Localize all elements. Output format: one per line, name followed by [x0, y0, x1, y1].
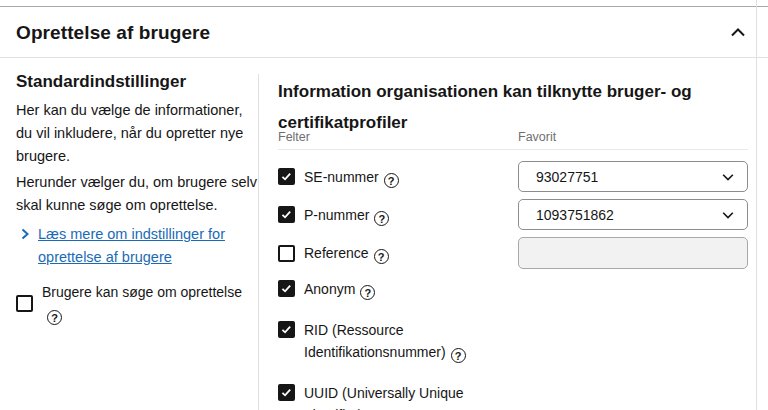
read-more-link-label[interactable]: Læs mere om indstillinger for oprettelse…: [38, 223, 250, 269]
table-column-headers: Felter Favorit: [278, 130, 748, 144]
left-panel-paragraph-1: Her kan du vælge de informationer, du vi…: [16, 99, 258, 168]
anonym-checkbox[interactable]: [278, 280, 295, 297]
table-row-rid: RID (Ressource Identifikationsnummer)?: [278, 317, 748, 373]
page-title: Oprettelse af brugere: [16, 22, 210, 44]
reference-label: Reference: [304, 245, 369, 261]
table-row-reference: Reference?: [278, 237, 748, 269]
row-label-group: Anonym?: [278, 278, 518, 300]
table-row-uuid: UUID (Universally Unique Identifier)?: [278, 380, 748, 410]
help-icon[interactable]: ?: [47, 310, 62, 325]
chevron-down-icon: [721, 208, 735, 222]
field-rows: SE-nummer? 93027751 P-nummer? 1093751862: [278, 161, 748, 410]
read-more-link[interactable]: Læs mere om indstillinger for oprettelse…: [16, 223, 250, 269]
header-divider: [0, 57, 768, 58]
table-row-p-nummer: P-nummer? 1093751862: [278, 199, 748, 230]
p-nummer-select[interactable]: 1093751862: [518, 199, 748, 230]
help-icon[interactable]: ?: [451, 348, 466, 363]
help-icon[interactable]: ?: [374, 249, 389, 264]
apply-for-creation-label: Brugere kan søge om oprettelse?: [42, 281, 258, 325]
column-header-favorit: Favorit: [518, 130, 556, 144]
content-right-edge: [756, 0, 757, 410]
se-nummer-select[interactable]: 93027751: [518, 161, 748, 192]
p-nummer-checkbox[interactable]: [278, 206, 295, 223]
panel-top-border: [0, 6, 768, 7]
chevron-up-icon[interactable]: [730, 25, 746, 41]
help-icon[interactable]: ?: [384, 173, 399, 188]
uuid-checkbox[interactable]: [278, 384, 295, 401]
column-divider: [258, 74, 259, 410]
anonym-label: Anonym: [304, 281, 355, 297]
p-nummer-select-value: 1093751862: [536, 207, 614, 223]
table-divider: [278, 149, 748, 150]
right-panel-heading: Information organisationen kan tilknytte…: [278, 76, 740, 138]
left-panel-paragraph-2: Herunder vælger du, om brugere selv skal…: [16, 171, 258, 217]
table-row-anonym: Anonym?: [278, 276, 748, 310]
row-label-group: SE-nummer?: [278, 166, 518, 188]
table-row-se-nummer: SE-nummer? 93027751: [278, 161, 748, 192]
se-nummer-select-value: 93027751: [536, 169, 598, 185]
row-label-group: UUID (Universally Unique Identifier)?: [278, 382, 518, 410]
chevron-right-icon: [19, 228, 31, 240]
se-nummer-checkbox[interactable]: [278, 168, 295, 185]
row-label-group: RID (Ressource Identifikationsnummer)?: [278, 319, 518, 363]
p-nummer-label: P-nummer: [304, 207, 369, 223]
apply-for-creation-checkbox[interactable]: [16, 295, 33, 312]
row-label-group: P-nummer?: [278, 204, 518, 226]
rid-checkbox[interactable]: [278, 321, 295, 338]
apply-for-creation-row: Brugere kan søge om oprettelse?: [16, 281, 258, 325]
column-header-felter: Felter: [278, 130, 310, 144]
row-label-group: Reference?: [278, 242, 518, 264]
rid-label: RID (Ressource Identifikationsnummer): [304, 322, 446, 360]
left-panel-heading: Standardindstillinger: [16, 72, 258, 92]
help-icon[interactable]: ?: [374, 211, 389, 226]
chevron-down-icon: [721, 170, 735, 184]
accordion-header[interactable]: Oprettelse af brugere: [16, 18, 752, 48]
se-nummer-label: SE-nummer: [304, 169, 379, 185]
reference-input-disabled: [518, 237, 748, 269]
help-icon[interactable]: ?: [360, 285, 375, 300]
uuid-label: UUID (Universally Unique Identifier): [304, 385, 464, 410]
standard-settings-panel: Standardindstillinger Her kan du vælge d…: [16, 72, 258, 92]
reference-checkbox[interactable]: [278, 245, 295, 262]
